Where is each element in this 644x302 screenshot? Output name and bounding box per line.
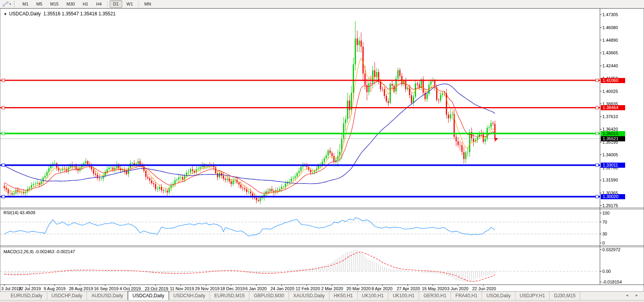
tool-dropdown-caret[interactable]: ▾: [9, 2, 11, 6]
hline-handle-right[interactable]: [596, 164, 598, 167]
date-axis-label: 4 Oct 2019: [120, 286, 141, 291]
hline-handle-right[interactable]: [596, 106, 598, 109]
timeframe-button-m5[interactable]: M5: [33, 0, 46, 8]
hline-badge-1.38464: 1.38464: [601, 105, 625, 110]
chart-tab-hk50-h1[interactable]: HK50,H1: [329, 292, 358, 300]
chart-tab-uk100-h1[interactable]: UK100,H1: [358, 292, 388, 300]
hline-handle-right[interactable]: [596, 79, 598, 82]
date-axis-label: 15 May 2020: [422, 286, 447, 291]
chart-tab-ger30-h1[interactable]: GER30,H1: [419, 292, 451, 300]
date-axis-label: 29 Nov 2019: [195, 286, 219, 291]
macd-axis-label: 0.00: [602, 269, 611, 274]
date-axis-label: 11 Nov 2019: [170, 286, 194, 291]
chart-tab-fra40-h1[interactable]: FRA40,H1: [451, 292, 482, 300]
timeframe-button-w1[interactable]: W1: [123, 0, 137, 8]
hline-handle-left[interactable]: [2, 132, 5, 135]
macd-axis-label: -0.018154: [602, 280, 622, 284]
timeframe-buttons: M1M5M15M30H1H4D1W1MN: [18, 0, 155, 8]
price-axis-label: 1.31590: [602, 178, 618, 182]
trendline-tool-icon[interactable]: [2, 1, 9, 7]
quote-close: 1.35521: [98, 11, 115, 17]
chart-tab-eurusd-m15[interactable]: EURUSD,M15: [210, 292, 249, 300]
bull-candle-wicks: [10, 21, 491, 204]
hline-handle-right[interactable]: [596, 195, 598, 198]
price-axis-label: 1.46080: [602, 25, 618, 30]
chart-tab-uk100-h1[interactable]: UK100,H1: [388, 292, 419, 300]
date-axis-label: 18 Dec 2019: [220, 286, 245, 291]
macd-histogram: [4, 250, 495, 282]
bear-candle-bodies[interactable]: [4, 39, 496, 201]
price-axis-label: 1.34005: [602, 152, 618, 157]
date-axis-label: 27 Apr 2020: [397, 286, 420, 291]
chart-title: ▼USDCAD,Daily 1.35516 1.35547 1.35416 1.…: [4, 11, 116, 17]
chart-tab-audusd-daily[interactable]: AUDUSD,Daily: [87, 292, 128, 300]
date-axis-label: 23 Oct 2019: [145, 286, 168, 291]
hline-handle-left[interactable]: [2, 195, 5, 198]
hline-handle-left[interactable]: [2, 79, 5, 82]
price-axis-label: 1.29175: [602, 203, 618, 208]
quote-low: 1.35416: [80, 11, 97, 17]
macd-axis-label: 0.032972: [602, 247, 620, 252]
quote-open: 1.35516: [43, 11, 60, 17]
hline-badge-1.36015: 1.36015: [601, 131, 625, 136]
ma-mid-line[interactable]: [4, 82, 495, 193]
chart-tab-bar: EURUSD,DailyUSDCHF,DailyAUDUSD,DailyUSDC…: [0, 291, 644, 300]
toolbar-separator: [138, 1, 139, 7]
date-axis-label: 24 Jan 2020: [270, 286, 294, 291]
chart-tab-eurusd-daily[interactable]: EURUSD,Daily: [6, 292, 47, 300]
hline-handle-left[interactable]: [2, 106, 5, 109]
chart-tab-usdjpy-h1[interactable]: USDJPY,H1: [515, 292, 550, 300]
hline-badge-1.41060: 1.41060: [601, 78, 625, 83]
chart-tab-gbpusd-m30[interactable]: GBPUSD,M30: [249, 292, 289, 300]
date-axis-label: 28 Aug 2019: [69, 286, 93, 291]
toolbar-separator: [107, 1, 108, 7]
macd-label: MACD(12,26,9) -0.002463 -0.002147: [4, 249, 75, 254]
current-price-badge: 1.35521: [601, 136, 625, 141]
date-axis-label: 6 Jan 2020: [245, 286, 267, 291]
tab-scroll-right-icon[interactable]: ►: [635, 293, 638, 297]
date-axis-label: 22 Jun 2020: [472, 286, 496, 291]
timeframe-button-h1[interactable]: H1: [79, 0, 92, 8]
date-axis-label: 8 Apr 2020: [372, 286, 392, 291]
hline-handle-right[interactable]: [596, 132, 598, 135]
rsi-axis-label: 0: [602, 241, 605, 245]
timeframe-button-m1[interactable]: M1: [19, 0, 32, 8]
bull-candle-bodies[interactable]: [9, 39, 491, 201]
date-axis-label: 2 Mar 2020: [321, 286, 343, 291]
chart-window[interactable]: ▼USDCAD,Daily 1.35516 1.35547 1.35416 1.…: [0, 8, 644, 291]
rsi-axis-label: 100: [602, 211, 609, 215]
chart-tab-usdcnh-daily[interactable]: USDCNH,Daily: [169, 292, 210, 300]
rsi-axis-label: 30: [602, 232, 607, 236]
chart-tab-usoil-daily[interactable]: USOil,Daily: [482, 292, 515, 300]
rsi-line[interactable]: [4, 218, 495, 236]
hline-handle-left[interactable]: [2, 164, 5, 167]
tab-scroll-left-icon[interactable]: ◄: [625, 293, 629, 297]
chart-tab-dj30-m15[interactable]: DJ30,M15: [550, 292, 580, 300]
chart-symbol-period: USDCAD,Daily: [9, 11, 41, 17]
toolbar-grip[interactable]: [14, 1, 16, 7]
date-axis-label: 22 Jul 2019: [18, 286, 41, 291]
date-axis-label: 9 Aug 2019: [44, 286, 66, 291]
date-axis-label: 3 Jun 2020: [447, 286, 468, 291]
timeframe-button-h4[interactable]: H4: [92, 0, 105, 8]
price-axis-label: 1.40025: [602, 89, 618, 94]
collapse-icon[interactable]: ▼: [4, 12, 7, 16]
date-axis-label: 12 Feb 2020: [296, 286, 320, 291]
price-axis-label: 1.37610: [602, 114, 618, 119]
top-toolbar: ▾ M1M5M15M30H1H4D1W1MN: [0, 0, 644, 8]
chart-tab-xauusd-daily[interactable]: XAUUSD,Daily: [289, 292, 329, 300]
date-axis-label: 16 Sep 2019: [94, 286, 118, 291]
timeframe-button-m30[interactable]: M30: [63, 0, 78, 8]
bear-candle-wicks: [4, 31, 495, 204]
timeframe-button-m15[interactable]: M15: [47, 0, 62, 8]
rsi-axis-label: 70: [602, 220, 607, 224]
chart-tab-usdchf-daily[interactable]: USDCHF,Daily: [47, 292, 87, 300]
timeframe-button-mn[interactable]: MN: [141, 0, 155, 8]
chart-tab-usdcad-daily[interactable]: USDCAD,Daily: [128, 291, 169, 300]
price-axis-label: 1.42440: [602, 63, 618, 68]
timeframe-button-d1[interactable]: D1: [110, 0, 122, 8]
macd-signal-line: [4, 252, 495, 282]
rsi-label: RSI(14) 43.4509: [4, 210, 35, 215]
status-bar: [0, 300, 644, 302]
price-axis-label: 1.47305: [602, 12, 618, 17]
